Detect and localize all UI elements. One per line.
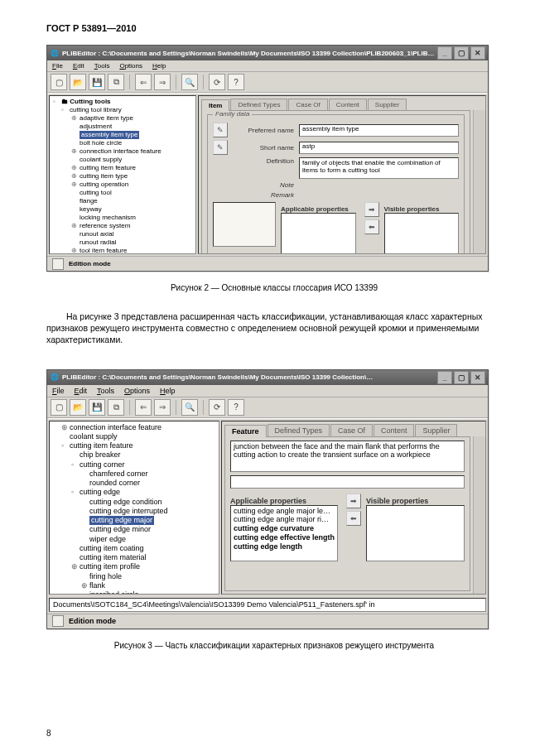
- menu-tools[interactable]: Tools: [97, 387, 114, 395]
- visible-props-list[interactable]: [366, 505, 465, 561]
- definition-field[interactable]: junction between the face and the main f…: [230, 441, 465, 472]
- list-item[interactable]: cutting edge angle major ri…: [234, 515, 335, 524]
- tree-item[interactable]: bolt hole circle: [53, 139, 194, 147]
- find-icon[interactable]: 🔍: [181, 399, 198, 416]
- definition-field[interactable]: family of objects that enable the combin…: [299, 157, 459, 179]
- menu-help[interactable]: Help: [152, 62, 166, 70]
- tree-item[interactable]: ⊕connection interface feature: [53, 147, 194, 156]
- new-icon[interactable]: ▢: [51, 399, 67, 416]
- move-left-icon[interactable]: ⬅: [346, 511, 361, 526]
- find-icon[interactable]: 🔍: [181, 74, 198, 90]
- menu-options[interactable]: Options: [119, 62, 142, 70]
- tab-supplier[interactable]: Supplier: [368, 99, 407, 110]
- menu-edit[interactable]: Edit: [75, 387, 88, 395]
- tree-item[interactable]: coolant supply: [53, 156, 194, 164]
- tree-item[interactable]: cutting edge interrupted: [53, 507, 217, 516]
- help-icon[interactable]: ?: [228, 399, 244, 416]
- tree-item[interactable]: ⊕connection interface feature: [53, 423, 217, 432]
- tree-item[interactable]: ◦cutting item feature: [53, 441, 217, 450]
- help-icon[interactable]: ?: [228, 74, 244, 90]
- tree-item[interactable]: wiper edge: [53, 535, 217, 544]
- tree-item[interactable]: ◦cutting tool library: [53, 106, 194, 114]
- tree-item[interactable]: locking mechanism: [53, 214, 194, 222]
- tab-caseof[interactable]: Case Of: [330, 424, 373, 436]
- tree-item[interactable]: ⊕reference system: [53, 222, 194, 230]
- move-left-icon[interactable]: ⬅: [364, 219, 379, 234]
- tree-item[interactable]: chip breaker: [53, 450, 217, 460]
- tab-item[interactable]: Item: [201, 99, 229, 111]
- close-button[interactable]: ✕: [470, 46, 485, 60]
- tab-defined-types[interactable]: Defined Types: [268, 424, 330, 436]
- menu-edit[interactable]: Edit: [73, 62, 84, 70]
- tree-item[interactable]: coolant supply: [53, 432, 217, 441]
- tab-supplier[interactable]: Supplier: [415, 424, 457, 436]
- blank-field[interactable]: [230, 475, 465, 489]
- tree-item[interactable]: runout axial: [53, 230, 194, 238]
- menu-file[interactable]: File: [52, 62, 63, 70]
- tree-root[interactable]: ◦🖿 Cutting tools: [53, 98, 194, 106]
- close-button[interactable]: ✕: [470, 371, 485, 384]
- move-right-icon[interactable]: ➡: [346, 494, 361, 508]
- tree-item-selected[interactable]: assembly item type: [53, 131, 194, 139]
- tree-item[interactable]: cutting edge condition: [53, 498, 217, 507]
- tree-item[interactable]: ⊕tool item feature: [53, 247, 194, 254]
- forward-icon[interactable]: ⇒: [154, 74, 171, 90]
- visible-props-list[interactable]: [384, 213, 460, 254]
- tree-item[interactable]: keyway: [53, 205, 194, 214]
- open-icon[interactable]: 📂: [70, 74, 86, 90]
- maximize-button[interactable]: ▢: [454, 371, 469, 384]
- tab-defined-types[interactable]: Defined Types: [230, 99, 287, 110]
- menu-file[interactable]: File: [52, 387, 65, 395]
- tab-content[interactable]: Content: [374, 424, 415, 436]
- applicable-props-list[interactable]: [281, 213, 356, 254]
- tree-item[interactable]: runout radial: [53, 238, 194, 247]
- tab-content[interactable]: Content: [329, 99, 367, 110]
- minimize-button[interactable]: _: [437, 46, 452, 60]
- tree-item[interactable]: cutting item coating: [53, 544, 217, 553]
- refresh-icon[interactable]: ⟳: [209, 399, 225, 416]
- short-name-field[interactable]: astp: [299, 142, 459, 154]
- forward-icon[interactable]: ⇒: [154, 399, 171, 416]
- tree-item[interactable]: ⊕cutting operation: [53, 181, 194, 189]
- list-item[interactable]: cutting edge curvature: [234, 524, 335, 533]
- minimize-button[interactable]: _: [437, 371, 452, 384]
- tree-item[interactable]: ⊕cutting item type: [53, 172, 194, 181]
- action-icon[interactable]: ✎: [213, 123, 228, 137]
- tree-item[interactable]: flange: [53, 197, 194, 205]
- tree-item-selected[interactable]: cutting edge major: [53, 516, 217, 525]
- tree-item[interactable]: chamfered corner: [53, 469, 217, 479]
- tree-item[interactable]: adjustment: [53, 123, 194, 131]
- tree-item[interactable]: rounded corner: [53, 479, 217, 488]
- list-item[interactable]: cutting edge angle major le…: [234, 507, 335, 516]
- save-icon[interactable]: 💾: [89, 399, 105, 416]
- tree-item[interactable]: cutting item material: [53, 553, 217, 562]
- back-icon[interactable]: ⇐: [135, 399, 152, 416]
- scrollbar[interactable]: [473, 436, 485, 594]
- menu-tools[interactable]: Tools: [94, 62, 110, 70]
- maximize-button[interactable]: ▢: [454, 46, 469, 60]
- tree-item[interactable]: cutting tool: [53, 189, 194, 197]
- tree-item[interactable]: ⊕adaptive item type: [53, 114, 194, 123]
- tab-caseof[interactable]: Case Of: [288, 99, 327, 110]
- scrollbar[interactable]: [473, 110, 485, 254]
- tree-item[interactable]: ⊕cutting item feature: [53, 164, 194, 172]
- open-icon[interactable]: 📂: [70, 399, 86, 416]
- saveall-icon[interactable]: ⧉: [108, 74, 124, 90]
- menu-help[interactable]: Help: [160, 387, 176, 395]
- back-icon[interactable]: ⇐: [135, 74, 152, 90]
- tree-item[interactable]: ⊕cutting item profile: [53, 562, 217, 571]
- list-item[interactable]: cutting edge length: [234, 542, 335, 551]
- tree-item[interactable]: inscribed circle: [53, 590, 217, 595]
- save-icon[interactable]: 💾: [89, 74, 105, 90]
- tab-feature[interactable]: Feature: [224, 425, 267, 437]
- list-item[interactable]: cutting edge effective length: [234, 533, 335, 542]
- class-tree[interactable]: ◦🖿 Cutting tools ◦cutting tool library ⊕…: [49, 95, 196, 254]
- saveall-icon[interactable]: ⧉: [108, 399, 124, 416]
- tree-item[interactable]: cutting edge minor: [53, 525, 217, 534]
- menu-options[interactable]: Options: [124, 387, 150, 395]
- new-icon[interactable]: ▢: [51, 74, 67, 90]
- tree-item[interactable]: firing hole: [53, 572, 217, 581]
- applicable-props-list[interactable]: cutting edge angle major le… cutting edg…: [230, 505, 338, 561]
- tree-item[interactable]: ◦cutting corner: [53, 460, 217, 469]
- preferred-name-field[interactable]: assembly item type: [299, 124, 459, 137]
